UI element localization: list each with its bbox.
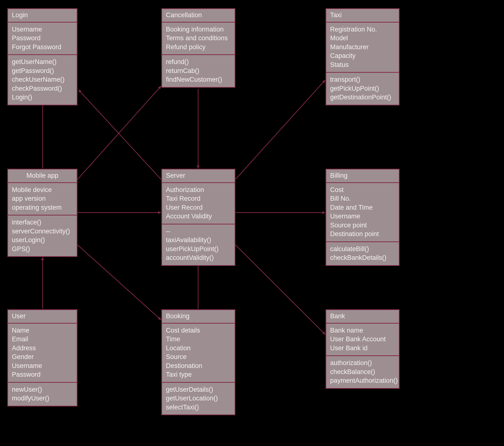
class-methods: authorization()checkBalance()paymentAuth… bbox=[326, 356, 399, 388]
class-title: User bbox=[8, 310, 77, 324]
class-line: Capacity bbox=[330, 51, 395, 60]
class-attributes: Registration No.ModelManufacturerCapacit… bbox=[326, 22, 399, 73]
class-billing: Billing CostBill No.Date and TimeUsernam… bbox=[325, 169, 400, 266]
svg-line-7 bbox=[78, 90, 161, 179]
class-line: Address bbox=[12, 344, 73, 352]
class-title: Server bbox=[162, 169, 235, 183]
class-line: operating system bbox=[12, 203, 73, 212]
class-methods: refund()returnCab()findNewCustomer() bbox=[162, 55, 235, 87]
class-line: Status bbox=[330, 60, 395, 69]
class-line: transport() bbox=[330, 75, 395, 84]
svg-line-4 bbox=[77, 245, 161, 320]
class-attributes: Booking informationTerms and conditionsR… bbox=[162, 22, 235, 55]
class-line: app version bbox=[12, 194, 73, 203]
class-title: Billing bbox=[326, 169, 399, 183]
class-line: Account Validity bbox=[166, 212, 231, 221]
class-line: Forgot Password bbox=[12, 43, 73, 51]
class-title: Booking bbox=[162, 310, 235, 324]
class-line: -- bbox=[166, 227, 231, 236]
class-methods: calculateBill()checkBankDetails() bbox=[326, 242, 399, 265]
class-mobile-app: Mobile app Mobile deviceapp versionopera… bbox=[7, 169, 77, 257]
class-title: Cancellation bbox=[162, 9, 235, 22]
class-attributes: Cost detailsTimeLocationSourceDestionati… bbox=[162, 324, 235, 383]
class-line: Bank name bbox=[330, 326, 395, 335]
class-methods: getUserName()getPassword()checkUserName(… bbox=[8, 55, 77, 104]
class-title: Bank bbox=[326, 310, 399, 324]
class-line: Password bbox=[12, 370, 73, 379]
class-line: Source bbox=[166, 352, 231, 361]
svg-line-8 bbox=[235, 80, 325, 179]
class-title: Login bbox=[8, 9, 77, 22]
class-line: Cost details bbox=[166, 326, 231, 335]
class-line: Destination point bbox=[330, 230, 395, 238]
class-line: getUserName() bbox=[12, 58, 73, 66]
class-line: Source point bbox=[330, 221, 395, 230]
class-line: newUser() bbox=[12, 385, 73, 394]
class-line: checkBankDetails() bbox=[330, 253, 395, 262]
class-line: Location bbox=[166, 344, 231, 352]
class-line: accountValidity() bbox=[166, 253, 231, 262]
class-line: calculateBill() bbox=[330, 245, 395, 253]
class-line: Authorization bbox=[166, 185, 231, 194]
class-login: Login UsernamePasswordForgot Password ge… bbox=[7, 8, 77, 105]
class-line: Manufacturer bbox=[330, 43, 395, 51]
class-taxi: Taxi Registration No.ModelManufacturerCa… bbox=[325, 8, 400, 105]
class-line: Booking information bbox=[166, 25, 231, 34]
class-title: Mobile app bbox=[8, 169, 77, 183]
class-line: getPassword() bbox=[12, 66, 73, 75]
class-line: Destionation bbox=[166, 361, 231, 370]
class-line: getDestinationPoint() bbox=[330, 93, 395, 101]
class-server: Server AuthorizationTaxi RecordUser Reco… bbox=[161, 169, 235, 266]
class-bank: Bank Bank nameUser Bank AccountUser Bank… bbox=[325, 309, 400, 389]
svg-line-10 bbox=[235, 245, 325, 334]
class-line: Gender bbox=[12, 352, 73, 361]
class-line: Email bbox=[12, 335, 73, 344]
class-line: Model bbox=[330, 34, 395, 42]
class-line: serverConnectivity() bbox=[12, 227, 73, 236]
class-line: userPickUpPoint() bbox=[166, 245, 231, 253]
class-methods: getUserDetails()getUserLocation()selectT… bbox=[162, 383, 235, 414]
class-line: Mobile device bbox=[12, 185, 73, 194]
class-line: Username bbox=[12, 361, 73, 370]
class-attributes: CostBill No.Date and TimeUsernameSource … bbox=[326, 183, 399, 242]
class-line: getPickUpPoint() bbox=[330, 84, 395, 93]
class-line: Username bbox=[12, 25, 73, 34]
class-user: User NameEmailAddressGenderUsernamePassw… bbox=[7, 309, 77, 407]
class-line: authorization() bbox=[330, 358, 395, 367]
class-line: modifyUser() bbox=[12, 394, 73, 403]
class-line: taxiAvailability() bbox=[166, 236, 231, 244]
class-line: checkBalance() bbox=[330, 368, 395, 376]
class-line: User Bank Account bbox=[330, 335, 395, 344]
class-line: returnCab() bbox=[166, 66, 231, 75]
class-line: selectTaxi() bbox=[166, 403, 231, 412]
class-line: Bill No. bbox=[330, 194, 395, 203]
class-attributes: NameEmailAddressGenderUsernamePassword bbox=[8, 324, 77, 383]
class-booking: Booking Cost detailsTimeLocationSourceDe… bbox=[161, 309, 235, 415]
class-attributes: UsernamePasswordForgot Password bbox=[8, 22, 77, 55]
class-line: findNewCustomer() bbox=[166, 75, 231, 84]
class-line: refund() bbox=[166, 58, 231, 66]
class-attributes: Mobile deviceapp versionoperating system bbox=[8, 183, 77, 215]
class-line: getUserLocation() bbox=[166, 394, 231, 403]
class-line: checkUserName() bbox=[12, 75, 73, 84]
class-line: User Bank id bbox=[330, 344, 395, 352]
class-line: Terms and conditions bbox=[166, 34, 231, 42]
class-line: getUserDetails() bbox=[166, 385, 231, 394]
class-line: Time bbox=[166, 335, 231, 344]
class-line: interface() bbox=[12, 218, 73, 227]
class-line: GPS() bbox=[12, 245, 73, 253]
class-line: Date and Time bbox=[330, 203, 395, 212]
class-line: Name bbox=[12, 326, 73, 335]
class-cancellation: Cancellation Booking informationTerms an… bbox=[161, 8, 235, 88]
class-attributes: AuthorizationTaxi RecordUser RecordAccou… bbox=[162, 183, 235, 224]
svg-line-3 bbox=[77, 86, 161, 179]
class-line: User Record bbox=[166, 203, 231, 212]
class-line: Password bbox=[12, 34, 73, 42]
class-title: Taxi bbox=[326, 9, 399, 22]
class-line: Username bbox=[330, 212, 395, 221]
class-line: paymentAuthorization() bbox=[330, 376, 395, 385]
class-line: Cost bbox=[330, 185, 395, 194]
class-line: Taxi Record bbox=[166, 194, 231, 203]
class-methods: --taxiAvailability()userPickUpPoint()acc… bbox=[162, 224, 235, 265]
class-attributes: Bank nameUser Bank AccountUser Bank id bbox=[326, 324, 399, 356]
